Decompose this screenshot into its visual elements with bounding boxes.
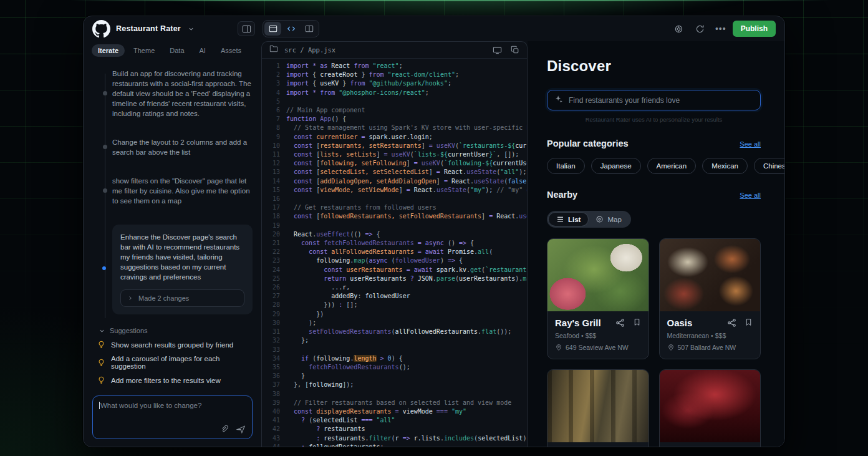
code-line: 16 — [262, 195, 527, 203]
code-line: 15 const [viewMode, setViewMode] = React… — [262, 186, 527, 195]
split-view-button[interactable] — [301, 22, 317, 36]
restaurant-photo — [660, 239, 761, 311]
line-number: 7 — [262, 115, 280, 124]
code-line: 5 — [262, 97, 527, 106]
text-caret — [99, 402, 100, 409]
code-line: 35 fetchFollowedRestaurants(); — [262, 363, 527, 372]
search-input[interactable]: Find restaurants your friends love — [547, 90, 761, 110]
browser-view-button[interactable] — [264, 22, 281, 36]
suggestion-item[interactable]: Add a carousel of images for each sugges… — [97, 355, 253, 370]
app-window: Restaurant Rater — [83, 16, 785, 447]
line-number: 26 — [262, 283, 280, 292]
tab-ai[interactable]: AI — [193, 44, 212, 57]
category-pill-chinese[interactable]: Chinese — [754, 158, 784, 174]
line-number: 25 — [262, 274, 280, 283]
category-pill-italian[interactable]: Italian — [547, 158, 585, 174]
map-toggle-button[interactable]: Map — [588, 213, 629, 226]
line-number: 1 — [262, 62, 280, 70]
categories-see-all-link[interactable]: See all — [740, 140, 761, 148]
chat-message[interactable]: show filters on the "Discover" page that… — [92, 176, 253, 206]
lightbulb-icon — [97, 376, 105, 384]
suggestions-list: Show search results grouped by friendAdd… — [97, 341, 253, 384]
line-number: 33 — [262, 346, 280, 354]
chat-message-active[interactable]: Enhance the Discover page's search bar w… — [112, 225, 253, 314]
tab-theme[interactable]: Theme — [127, 44, 161, 57]
card-address: 507 Ballard Ave NW — [667, 344, 753, 351]
send-icon[interactable] — [236, 425, 246, 434]
tab-data[interactable]: Data — [163, 44, 190, 57]
line-number: 38 — [262, 390, 280, 399]
suggestion-text: Add more filters to the results view — [111, 377, 221, 384]
code-line: 39 // Filter restaurants based on select… — [262, 399, 527, 407]
code-line: 26 ...r, — [262, 283, 527, 292]
suggestion-item[interactable]: Show search results grouped by friend — [97, 341, 253, 349]
code-line: 43 : restaurants.filter(r => r.lists.inc… — [262, 434, 527, 443]
card-name: Ray's Grill — [555, 318, 615, 328]
message-text: Build an app for discovering and trackin… — [112, 69, 253, 119]
lightbulb-icon — [97, 359, 105, 367]
code-line: 13 const [selectedList, setSelectedList]… — [262, 168, 527, 177]
line-number: 15 — [262, 186, 280, 195]
attach-icon[interactable] — [220, 425, 229, 434]
suggestions-title: Suggestions — [110, 327, 148, 334]
chat-message[interactable]: Build an app for discovering and trackin… — [92, 69, 253, 119]
line-number: 9 — [262, 133, 280, 142]
share-icon[interactable] — [727, 318, 736, 327]
suggestion-item[interactable]: Add more filters to the results view — [97, 376, 253, 384]
header-title-group[interactable]: Restaurant Rater — [92, 20, 195, 38]
chat-message[interactable]: Change the layout to 2 columns and add a… — [92, 137, 253, 157]
restaurant-card[interactable]: Ocho — [659, 369, 761, 447]
code-line: 30 ); — [262, 319, 527, 327]
line-number: 35 — [262, 363, 280, 372]
view-switcher — [263, 20, 319, 37]
category-pill-mexican[interactable]: Mexican — [702, 158, 748, 174]
share-icon[interactable] — [615, 318, 625, 327]
code-line: 17 // Get restaurants from followed user… — [262, 203, 527, 212]
bookmark-icon[interactable] — [745, 318, 753, 327]
line-number: 6 — [262, 106, 280, 115]
line-number: 37 — [262, 381, 280, 389]
code-line: 34 if (following.length > 0) { — [262, 354, 527, 363]
tab-iterate[interactable]: Iterate — [92, 44, 125, 57]
collapse-panel-button[interactable] — [238, 21, 255, 36]
device-preview-icon[interactable] — [493, 46, 502, 55]
ai-sparkle-icon — [554, 95, 563, 106]
code-line: 22 const allFollowedRestaurants = await … — [262, 248, 527, 256]
more-options-button[interactable]: ••• — [713, 24, 729, 34]
chevron-down-icon[interactable] — [188, 26, 195, 32]
suggestions-header[interactable]: Suggestions — [97, 327, 253, 334]
copy-icon[interactable] — [511, 46, 519, 55]
restaurant-card[interactable]: Ray's Grill Seafood • $$$ 649 Seaview Av… — [547, 238, 649, 359]
line-number: 14 — [262, 177, 280, 186]
restaurant-card[interactable]: Oasis Mediterranean • $$$ 507 Ballard Av… — [659, 238, 761, 359]
code-line: 4import * from "@phosphor-icons/react"; — [262, 89, 527, 97]
chat-messages: Build an app for discovering and trackin… — [92, 60, 261, 327]
line-number: 23 — [262, 256, 280, 265]
nearby-see-all-link[interactable]: See all — [740, 192, 761, 199]
code-line: 40 const displayedRestaurants = viewMode… — [262, 407, 527, 416]
restaurant-photo — [547, 370, 649, 442]
chat-composer[interactable]: What would you like to change? — [92, 395, 253, 439]
category-pill-american[interactable]: American — [647, 158, 697, 174]
file-breadcrumb[interactable]: src / App.jsx — [284, 46, 335, 54]
line-number: 43 — [262, 434, 280, 443]
card-cuisine: Seafood • $$$ — [555, 332, 641, 339]
location-pin-icon — [667, 344, 675, 351]
code-view-button[interactable] — [282, 22, 299, 36]
app-title: Restaurant Rater — [116, 24, 181, 33]
bookmark-icon[interactable] — [633, 318, 641, 327]
nearby-section-header: Nearby See all — [547, 190, 761, 200]
restaurant-card[interactable]: Asadero — [547, 369, 649, 447]
tab-assets[interactable]: Assets — [215, 44, 248, 57]
code-content[interactable]: 1import * as React from "react"; 2import… — [262, 59, 527, 447]
line-number: 8 — [262, 124, 280, 132]
list-icon — [556, 215, 564, 223]
settings-icon[interactable] — [670, 21, 688, 36]
refresh-icon[interactable] — [692, 21, 709, 36]
changes-expander[interactable]: Made 2 changes — [120, 289, 244, 307]
list-toggle-button[interactable]: List — [549, 213, 588, 226]
app-preview-panel: Discover Find restaurants your friends l… — [528, 41, 784, 447]
publish-button[interactable]: Publish — [733, 21, 776, 37]
category-pill-japanese[interactable]: Japanese — [591, 158, 641, 174]
line-number: 2 — [262, 70, 280, 79]
